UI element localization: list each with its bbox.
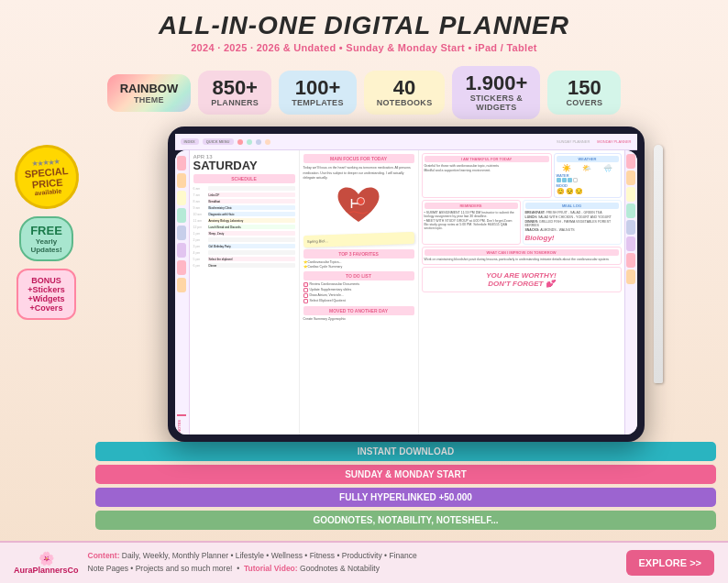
stat-covers-num: 150 [568, 78, 601, 98]
tablet-wrapper: INDEX QUICK MENU SUNDAY PLANNER MONDAY P… [168, 126, 645, 442]
stat-notebooks-label: NOTEBOOKS [377, 98, 433, 107]
tablet-screen: NOTES APR 13 SATURDAY SCHEDULE 6 am [175, 150, 637, 434]
feature-hyperlinked: FULLY HYPERLINKED +50.000 [95, 488, 716, 507]
stat-stickers: 1.900+ STICKERS &WIDGETS [452, 66, 540, 119]
planner-top-nav: INDEX QUICK MENU SUNDAY PLANNER MONDAY P… [175, 134, 637, 150]
special-price-badge: ★★★★★ SPECIAL PRICE available [12, 142, 82, 212]
stat-rainbow: RAINBOW THEME [107, 74, 192, 112]
stat-templates-num: 100+ [295, 78, 341, 98]
right-panels: I AM THANKFUL FOR TODAY Grateful for tho… [419, 150, 624, 434]
main-title: ALL-IN-ONE DIGITAL PLANNER [0, 11, 728, 40]
middle-panel: MAIN FOCUS FOR TODAY Today we'll focus o… [300, 150, 419, 434]
explore-button[interactable]: EXPLORE >> [626, 550, 714, 576]
bonus-badge: BONUS +Stickers +Widgets +Covers [17, 269, 75, 320]
left-tabs: NOTES [175, 150, 190, 434]
svg-point-0 [358, 197, 365, 204]
stat-stickers-num: 1.900+ [465, 73, 527, 94]
content-area: ★★★★★ SPECIAL PRICE available FREE Yearl… [0, 126, 728, 530]
stylus-pencil [654, 145, 663, 383]
stat-notebooks-num: 40 [393, 78, 415, 98]
stat-planners: 850+ PLANNERS [198, 71, 271, 115]
right-tab-strip [624, 150, 637, 434]
features-list: INSTANT DOWNLOAD SUNDAY & MONDAY START F… [91, 442, 721, 530]
heart-anatomy-icon [336, 185, 381, 226]
stat-notebooks: 40 NOTEBOOKS [364, 71, 446, 115]
stat-planners-num: 850+ [212, 78, 258, 98]
planner-day: SATURDAY [193, 160, 295, 171]
center-area: INDEX QUICK MENU SUNDAY PLANNER MONDAY P… [91, 126, 721, 530]
free-updates-badge: FREE Yearly Updates! [19, 216, 73, 261]
stat-covers: 150 COVERS [547, 71, 621, 115]
feature-instant-download: INSTANT DOWNLOAD [95, 442, 716, 461]
stat-theme-label: RAINBOW [120, 82, 179, 95]
feature-apps: GOODNOTES, NOTABILITY, NOTESHELF... [95, 511, 716, 530]
stat-covers-label: COVERS [566, 98, 602, 107]
feature-sunday-monday: SUNDAY & MONDAY START [95, 465, 716, 484]
subtitle: 2024 · 2025 · 2026 & Undated • Sunday & … [0, 42, 728, 53]
footer-content: Content: Daily, Weekly, Monthly Planner … [88, 550, 617, 575]
schedule-panel: APR 13 SATURDAY SCHEDULE 6 am 7 am [190, 150, 300, 434]
stat-templates: 100+ TEMPLATES [279, 71, 357, 115]
stat-planners-label: PLANNERS [211, 98, 259, 107]
tablet-device: INDEX QUICK MENU SUNDAY PLANNER MONDAY P… [168, 126, 645, 442]
footer-logo: 🌸 AuraPlannersCo [14, 551, 79, 575]
left-badges: ★★★★★ SPECIAL PRICE available FREE Yearl… [7, 126, 85, 320]
header: ALL-IN-ONE DIGITAL PLANNER 2024 · 2025 ·… [0, 0, 728, 59]
main-container: ALL-IN-ONE DIGITAL PLANNER 2024 · 2025 ·… [0, 0, 728, 583]
stats-bar: RAINBOW THEME 850+ PLANNERS 100+ TEMPLAT… [0, 59, 728, 126]
stat-templates-label: TEMPLATES [292, 98, 344, 107]
footer: 🌸 AuraPlannersCo Content: Daily, Weekly,… [0, 541, 728, 583]
stat-stickers-label: STICKERS &WIDGETS [470, 94, 524, 112]
